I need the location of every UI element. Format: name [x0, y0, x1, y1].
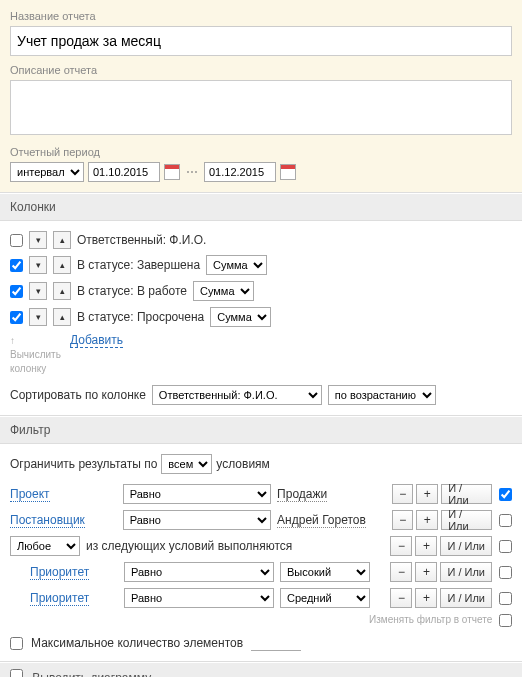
- filter-remove-btn[interactable]: −: [392, 484, 414, 504]
- column-agg-select[interactable]: Сумма: [206, 255, 267, 275]
- change-filter-note: Изменять фильтр в отчете: [369, 614, 492, 625]
- filter-header: Фильтр: [0, 416, 522, 444]
- sort-direction-select[interactable]: по возрастанию: [328, 385, 436, 405]
- filter-op-select[interactable]: Равно: [123, 484, 271, 504]
- column-down-btn[interactable]: ▾: [29, 308, 47, 326]
- column-check[interactable]: [10, 234, 23, 247]
- column-label: В статусе: В работе: [77, 284, 187, 298]
- show-chart-label: Выводить диаграмму: [32, 671, 151, 677]
- filter-add-btn[interactable]: +: [415, 536, 437, 556]
- filter-value[interactable]: Андрей Горетов: [277, 513, 366, 528]
- filter-add-btn[interactable]: +: [416, 510, 438, 530]
- change-filter-check[interactable]: [499, 614, 512, 627]
- filter-value-select[interactable]: Средний: [280, 588, 370, 608]
- period-from-input[interactable]: [88, 162, 160, 182]
- max-elements-label: Максимальное количество элементов: [31, 636, 243, 650]
- filter-value-select[interactable]: Высокий: [280, 562, 370, 582]
- column-down-btn[interactable]: ▾: [29, 256, 47, 274]
- filter-op-select[interactable]: Равно: [123, 510, 271, 530]
- columns-header: Колонки: [0, 193, 522, 221]
- max-elements-check[interactable]: [10, 637, 23, 650]
- report-desc-label: Описание отчета: [10, 64, 512, 76]
- limit-label-a: Ограничить результаты по: [10, 457, 157, 471]
- group-mode-select[interactable]: Любое: [10, 536, 80, 556]
- column-label: В статусе: Завершена: [77, 258, 200, 272]
- column-up-btn[interactable]: ▴: [53, 231, 71, 249]
- column-label: В статусе: Просрочена: [77, 310, 204, 324]
- report-name-label: Название отчета: [10, 10, 512, 22]
- filter-field-link[interactable]: Постановщик: [10, 513, 85, 528]
- filter-row-check[interactable]: [499, 540, 512, 553]
- report-name-input[interactable]: [10, 26, 512, 56]
- show-chart-check[interactable]: [10, 669, 23, 677]
- sort-column-select[interactable]: Ответственный: Ф.И.О.: [152, 385, 322, 405]
- period-to-input[interactable]: [204, 162, 276, 182]
- filter-andor-btn[interactable]: И / Или: [440, 588, 492, 608]
- filter-op-select[interactable]: Равно: [124, 562, 274, 582]
- filter-andor-btn[interactable]: И / Или: [440, 562, 492, 582]
- filter-add-btn[interactable]: +: [415, 562, 437, 582]
- calendar-icon[interactable]: [280, 164, 296, 180]
- filter-field-link[interactable]: Приоритет: [30, 591, 89, 606]
- column-agg-select[interactable]: Сумма: [210, 307, 271, 327]
- period-label: Отчетный период: [10, 146, 512, 158]
- filter-andor-btn[interactable]: И / Или: [440, 536, 492, 556]
- column-down-btn[interactable]: ▾: [29, 231, 47, 249]
- range-separator: ⋯: [186, 165, 198, 179]
- max-elements-input[interactable]: [251, 635, 301, 651]
- add-column-link[interactable]: Добавить: [70, 333, 123, 348]
- column-check[interactable]: [10, 285, 23, 298]
- filter-row-check[interactable]: [499, 488, 512, 501]
- sort-label: Сортировать по колонке: [10, 388, 146, 402]
- column-up-btn[interactable]: ▴: [53, 256, 71, 274]
- filter-field-link[interactable]: Приоритет: [30, 565, 89, 580]
- filter-remove-btn[interactable]: −: [390, 562, 412, 582]
- column-up-btn[interactable]: ▴: [53, 282, 71, 300]
- column-check[interactable]: [10, 259, 23, 272]
- filter-remove-btn[interactable]: −: [390, 536, 412, 556]
- group-label: из следующих условий выполняются: [86, 539, 292, 553]
- filter-add-btn[interactable]: +: [416, 484, 438, 504]
- filter-value[interactable]: Продажи: [277, 487, 327, 502]
- column-up-btn[interactable]: ▴: [53, 308, 71, 326]
- column-down-btn[interactable]: ▾: [29, 282, 47, 300]
- limit-label-b: условиям: [216, 457, 270, 471]
- calc-hint-arrow: ↑: [10, 335, 15, 346]
- limit-mode-select[interactable]: всем: [161, 454, 212, 474]
- filter-row-check[interactable]: [499, 566, 512, 579]
- column-agg-select[interactable]: Сумма: [193, 281, 254, 301]
- filter-row-check[interactable]: [499, 592, 512, 605]
- filter-andor-btn[interactable]: И / Или: [441, 484, 492, 504]
- filter-remove-btn[interactable]: −: [390, 588, 412, 608]
- column-check[interactable]: [10, 311, 23, 324]
- filter-field-link[interactable]: Проект: [10, 487, 50, 502]
- filter-andor-btn[interactable]: И / Или: [441, 510, 492, 530]
- filter-op-select[interactable]: Равно: [124, 588, 274, 608]
- column-label: Ответственный: Ф.И.О.: [77, 233, 206, 247]
- filter-remove-btn[interactable]: −: [392, 510, 414, 530]
- filter-add-btn[interactable]: +: [415, 588, 437, 608]
- period-mode-select[interactable]: интервал: [10, 162, 84, 182]
- calc-hint: Вычислить колонку: [10, 349, 61, 374]
- calendar-icon[interactable]: [164, 164, 180, 180]
- report-desc-input[interactable]: [10, 80, 512, 135]
- filter-row-check[interactable]: [499, 514, 512, 527]
